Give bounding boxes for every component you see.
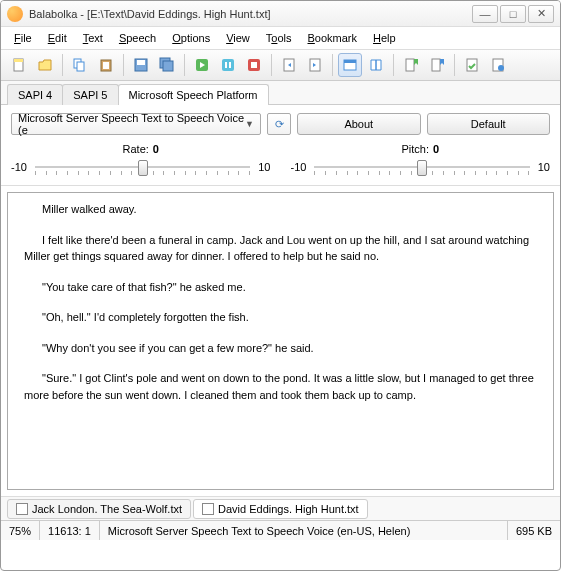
pitch-min: -10 — [291, 161, 307, 173]
status-voice: Microsoft Server Speech Text to Speech V… — [100, 521, 508, 540]
maximize-button[interactable]: □ — [500, 5, 526, 23]
settings-button[interactable] — [486, 53, 510, 77]
menu-edit[interactable]: Edit — [41, 30, 74, 46]
svg-rect-19 — [344, 60, 356, 63]
minimize-button[interactable]: — — [472, 5, 498, 23]
paragraph: "Sure." I got Clint's pole and went on d… — [24, 370, 537, 403]
tab-sapi5[interactable]: SAPI 5 — [62, 84, 118, 105]
bookmark-add-button[interactable] — [399, 53, 423, 77]
toolbar — [1, 49, 560, 81]
stop-button[interactable] — [242, 53, 266, 77]
text-editor[interactable]: Miller walked away. I felt like there'd … — [7, 192, 554, 490]
dictionary-button[interactable] — [364, 53, 388, 77]
pause-button[interactable] — [216, 53, 240, 77]
copy-button[interactable] — [68, 53, 92, 77]
bookmark-list-button[interactable] — [425, 53, 449, 77]
paragraph: Miller walked away. — [24, 201, 537, 218]
svg-rect-15 — [251, 62, 257, 68]
spellcheck-button[interactable] — [460, 53, 484, 77]
file-icon — [202, 503, 214, 515]
svg-rect-22 — [467, 59, 477, 71]
svg-rect-1 — [14, 59, 23, 62]
voice-selected: Microsoft Server Speech Text to Speech V… — [18, 112, 245, 136]
paragraph: "Why don't you see if you can get a few … — [24, 340, 537, 357]
default-button[interactable]: Default — [427, 113, 551, 135]
save-all-button[interactable] — [155, 53, 179, 77]
document-tabs: Jack London. The Sea-Wolf.txt David Eddi… — [1, 496, 560, 520]
window-title: Balabolka - [E:\Text\David Eddings. High… — [29, 8, 470, 20]
svg-rect-5 — [103, 62, 109, 69]
prev-button[interactable] — [277, 53, 301, 77]
status-zoom: 75% — [1, 521, 40, 540]
rate-max: 10 — [258, 161, 270, 173]
pitch-value: 0 — [433, 143, 439, 155]
save-button[interactable] — [129, 53, 153, 77]
tab-sapi4[interactable]: SAPI 4 — [7, 84, 63, 105]
voice-select[interactable]: Microsoft Server Speech Text to Speech V… — [11, 113, 261, 135]
paste-button[interactable] — [94, 53, 118, 77]
app-icon — [7, 6, 23, 22]
refresh-voices-button[interactable]: ⟳ — [267, 113, 291, 135]
rate-min: -10 — [11, 161, 27, 173]
svg-rect-7 — [137, 60, 145, 65]
about-button[interactable]: About — [297, 113, 421, 135]
status-position: 11613: 1 — [40, 521, 100, 540]
new-file-button[interactable] — [7, 53, 31, 77]
panel-button[interactable] — [338, 53, 362, 77]
menu-speech[interactable]: Speech — [112, 30, 163, 46]
file-icon — [16, 503, 28, 515]
status-size: 695 KB — [508, 521, 560, 540]
paragraph: "Oh, hell." I'd completely forgotten the… — [24, 309, 537, 326]
engine-tabs: SAPI 4 SAPI 5 Microsoft Speech Platform — [1, 81, 560, 105]
menu-tools[interactable]: Tools — [259, 30, 299, 46]
menu-options[interactable]: Options — [165, 30, 217, 46]
menu-help[interactable]: Help — [366, 30, 403, 46]
menu-file[interactable]: File — [7, 30, 39, 46]
menu-bookmark[interactable]: Bookmark — [301, 30, 365, 46]
doc-tab-1[interactable]: Jack London. The Sea-Wolf.txt — [7, 499, 191, 519]
next-button[interactable] — [303, 53, 327, 77]
svg-rect-13 — [229, 62, 231, 68]
close-button[interactable]: ✕ — [528, 5, 554, 23]
doc-tab-2[interactable]: David Eddings. High Hunt.txt — [193, 499, 368, 519]
svg-rect-9 — [163, 61, 173, 71]
pitch-slider[interactable] — [314, 157, 529, 177]
pitch-max: 10 — [538, 161, 550, 173]
menu-bar: File Edit Text Speech Options View Tools… — [1, 27, 560, 49]
paragraph: "You take care of that fish?" he asked m… — [24, 279, 537, 296]
pitch-label: Pitch: — [401, 143, 429, 155]
svg-rect-12 — [225, 62, 227, 68]
paragraph: I felt like there'd been a funeral in ca… — [24, 232, 537, 265]
menu-view[interactable]: View — [219, 30, 257, 46]
dropdown-arrow-icon: ▼ — [245, 119, 254, 129]
play-button[interactable] — [190, 53, 214, 77]
svg-rect-20 — [406, 59, 414, 71]
status-bar: 75% 11613: 1 Microsoft Server Speech Tex… — [1, 520, 560, 540]
svg-rect-21 — [432, 59, 440, 71]
open-file-button[interactable] — [33, 53, 57, 77]
rate-label: Rate: — [123, 143, 149, 155]
menu-text[interactable]: Text — [76, 30, 110, 46]
svg-point-24 — [498, 65, 504, 71]
svg-rect-11 — [222, 59, 234, 71]
rate-slider[interactable] — [35, 157, 250, 177]
rate-value: 0 — [153, 143, 159, 155]
tab-msp[interactable]: Microsoft Speech Platform — [118, 84, 269, 105]
svg-rect-3 — [77, 62, 84, 71]
